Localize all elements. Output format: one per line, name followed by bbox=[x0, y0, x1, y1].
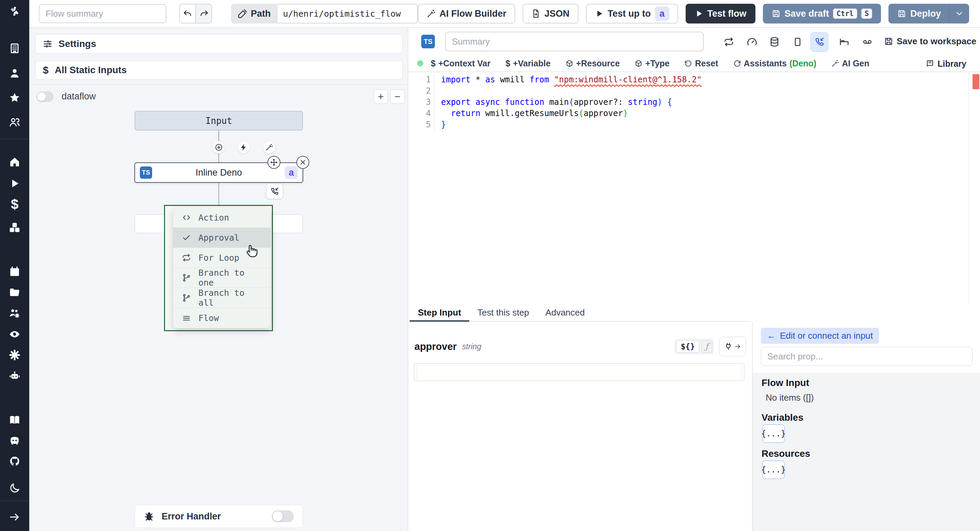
concurrency-square-icon[interactable] bbox=[792, 37, 803, 47]
line-number: 5 bbox=[408, 119, 441, 130]
code-editor[interactable]: 1import * as wmill from "npm:windmill-cl… bbox=[408, 72, 980, 304]
error-handler-label: Error Handler bbox=[162, 511, 221, 522]
flow-summary-input[interactable] bbox=[39, 4, 166, 23]
tab-test-this-step[interactable]: Test this step bbox=[469, 304, 537, 321]
dark-mode-moon-icon[interactable] bbox=[9, 482, 21, 494]
schedules-calendar-icon[interactable] bbox=[9, 266, 21, 277]
user-icon[interactable] bbox=[9, 67, 21, 79]
zoom-in-button[interactable]: + bbox=[374, 89, 388, 104]
favorites-star-icon[interactable] bbox=[9, 92, 21, 104]
menu-item-branch-to-one[interactable]: Branch to one bbox=[173, 268, 270, 288]
ai-suggest-wand-button[interactable] bbox=[263, 141, 275, 153]
tab-advanced[interactable]: Advanced bbox=[537, 304, 593, 321]
library-button[interactable]: Library bbox=[926, 55, 966, 72]
settings-gear-icon[interactable] bbox=[9, 349, 21, 361]
add-variable-button[interactable]: $ +Variable bbox=[505, 59, 550, 69]
code-line[interactable]: 2 bbox=[408, 85, 980, 97]
redo-button[interactable] bbox=[196, 4, 212, 24]
path-button[interactable]: Path bbox=[231, 4, 278, 24]
trigger-bolt-button[interactable] bbox=[237, 141, 250, 153]
undo-icon bbox=[183, 9, 192, 18]
groups-users-settings-icon[interactable] bbox=[9, 307, 21, 319]
zoom-out-button[interactable]: − bbox=[390, 89, 404, 104]
sliders-icon bbox=[43, 39, 52, 49]
assistants-button[interactable]: Assistants (Deno) bbox=[733, 59, 817, 69]
insert-step-button[interactable] bbox=[213, 141, 225, 153]
windmill-logo-icon[interactable] bbox=[9, 5, 21, 17]
test-up-to-button[interactable]: Test up to a bbox=[586, 4, 678, 24]
early-stop-gauge-icon[interactable] bbox=[747, 37, 757, 47]
tab-step-input[interactable]: Step Input bbox=[410, 304, 469, 321]
deploy-button[interactable]: Deploy bbox=[888, 4, 950, 24]
discord-icon[interactable] bbox=[9, 435, 21, 446]
resources-expand-chip[interactable]: {...} bbox=[762, 461, 785, 479]
add-context-var-button[interactable]: $ +Context Var bbox=[431, 59, 490, 69]
save-to-workspace-button[interactable]: Save to workspace bbox=[884, 36, 976, 47]
error-handler-toggle[interactable] bbox=[272, 510, 294, 522]
reset-button[interactable]: Reset bbox=[684, 59, 718, 69]
code-line[interactable]: 1import * as wmill from "npm:windmill-cl… bbox=[408, 74, 980, 85]
close-x-icon bbox=[299, 159, 307, 166]
error-handler-node[interactable]: Error Handler bbox=[135, 505, 303, 528]
save-draft-button[interactable]: Save draft Ctrl S bbox=[763, 4, 881, 24]
deploy-label: Deploy bbox=[910, 8, 941, 19]
docs-book-icon[interactable] bbox=[9, 414, 21, 426]
undo-button[interactable] bbox=[179, 4, 196, 24]
dataflow-toggle[interactable] bbox=[37, 92, 53, 102]
suspend-approval-badge[interactable] bbox=[266, 183, 283, 199]
flow-settings-button[interactable]: Settings bbox=[35, 34, 403, 54]
git-branch-icon bbox=[182, 293, 191, 302]
sleep-bed-icon[interactable] bbox=[839, 37, 850, 47]
retries-repeat-icon[interactable] bbox=[724, 37, 734, 47]
flow-input-node[interactable]: Input bbox=[135, 111, 303, 130]
code-line[interactable]: 4 return wmill.getResumeUrls(approver) bbox=[408, 108, 980, 119]
path-input[interactable] bbox=[278, 4, 418, 24]
expand-sidebar-arrow-icon[interactable] bbox=[9, 511, 21, 523]
move-step-button[interactable] bbox=[267, 156, 280, 169]
menu-item-branch-to-all[interactable]: Branch to all bbox=[173, 288, 270, 308]
home-icon[interactable] bbox=[9, 156, 21, 168]
function-mode-button[interactable]: ƒ bbox=[701, 340, 712, 352]
top-bar: Path AI Flow Builder JSON Test up to a T… bbox=[29, 0, 980, 28]
all-static-inputs-button[interactable]: $ All Static Inputs bbox=[35, 61, 403, 80]
github-icon[interactable] bbox=[9, 455, 21, 467]
test-flow-button[interactable]: Test flow bbox=[686, 4, 756, 24]
folders-icon[interactable] bbox=[9, 287, 21, 298]
json-button[interactable]: JSON bbox=[523, 4, 579, 24]
menu-item-action[interactable]: Action bbox=[173, 207, 270, 228]
save-icon bbox=[897, 9, 906, 18]
add-type-button[interactable]: +Type bbox=[635, 59, 669, 69]
audit-eye-icon[interactable] bbox=[9, 328, 21, 340]
check-icon bbox=[182, 233, 191, 242]
prop-search-input[interactable] bbox=[761, 347, 972, 366]
deploy-dropdown-button[interactable] bbox=[950, 4, 969, 24]
ai-gen-button[interactable]: AI Gen bbox=[831, 59, 869, 69]
prop-picker-area: Flow Input No items ([]) Variables {...}… bbox=[753, 373, 980, 531]
template-mode-button[interactable]: ${} bbox=[676, 340, 699, 352]
cache-database-icon[interactable] bbox=[769, 37, 780, 47]
line-number: 2 bbox=[408, 85, 441, 97]
delete-step-button[interactable] bbox=[296, 156, 309, 169]
menu-item-flow[interactable]: Flow bbox=[173, 308, 270, 328]
edit-or-connect-pill[interactable]: ← Edit or connect an input bbox=[761, 328, 879, 344]
repeat-icon bbox=[182, 253, 191, 262]
workspace-building-icon[interactable] bbox=[9, 43, 21, 54]
connect-input-plug-button[interactable] bbox=[719, 336, 746, 356]
community-users-icon[interactable] bbox=[9, 116, 21, 128]
suspend-approval-button-active[interactable] bbox=[811, 32, 828, 52]
menu-item-label: Action bbox=[198, 213, 229, 223]
variables-dollar-icon[interactable]: $ bbox=[0, 197, 29, 212]
workers-bot-icon[interactable] bbox=[9, 370, 21, 382]
add-resource-button[interactable]: +Resource bbox=[566, 59, 620, 69]
resources-boxes-icon[interactable] bbox=[9, 222, 21, 233]
code-line[interactable]: 3export async function main(approver?: s… bbox=[408, 97, 980, 108]
code-line[interactable]: 5} bbox=[408, 119, 980, 130]
mock-voicemail-icon[interactable] bbox=[862, 37, 872, 47]
argument-value-input[interactable] bbox=[414, 363, 745, 381]
ai-flow-builder-button[interactable]: AI Flow Builder bbox=[418, 4, 515, 24]
variables-expand-chip[interactable]: {...} bbox=[762, 424, 785, 443]
save-icon bbox=[772, 9, 781, 18]
step-summary-input[interactable] bbox=[445, 32, 704, 51]
runs-play-icon[interactable] bbox=[9, 178, 21, 189]
assistants-lang-label: (Deno) bbox=[789, 59, 816, 69]
